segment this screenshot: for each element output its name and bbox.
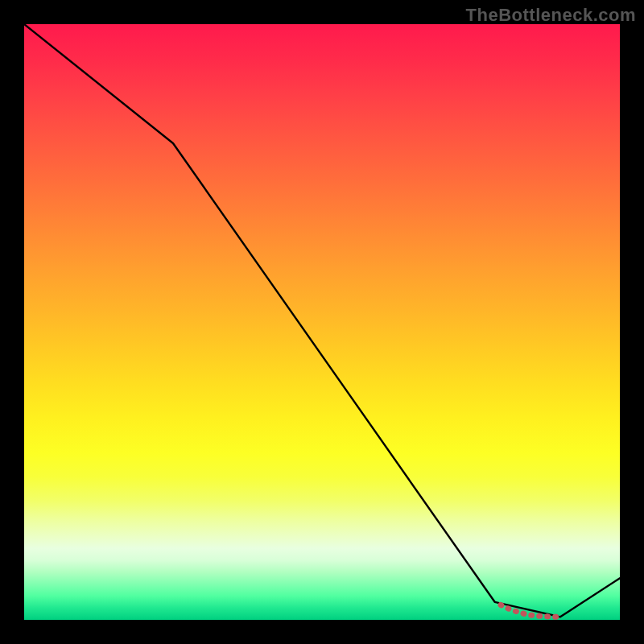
chart-container: TheBottleneck.com bbox=[0, 0, 644, 644]
watermark-label: TheBottleneck.com bbox=[466, 5, 636, 26]
chart-plot-area bbox=[24, 24, 620, 620]
